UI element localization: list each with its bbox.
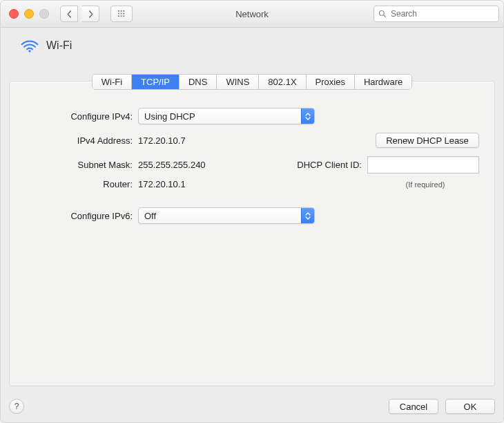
renew-dhcp-lease-button[interactable]: Renew DHCP Lease	[376, 133, 479, 148]
configure-ipv6-value: Off	[139, 211, 301, 221]
service-header: Wi-Fi	[9, 34, 495, 60]
dhcp-client-id-hint: (If required)	[371, 180, 479, 189]
tab-tcp-ip[interactable]: TCP/IP	[132, 75, 180, 89]
ipv4-address-label: IPv4 Address:	[25, 135, 138, 146]
dhcp-client-id-input[interactable]	[367, 156, 479, 173]
configure-ipv4-label: Configure IPv4:	[25, 111, 138, 122]
help-button[interactable]: ?	[9, 399, 24, 414]
ok-button[interactable]: OK	[445, 399, 495, 414]
subnet-mask-label: Subnet Mask:	[25, 160, 138, 170]
select-caret-icon	[301, 109, 314, 124]
svg-rect-7	[120, 15, 122, 17]
forward-button[interactable]	[82, 6, 99, 22]
search-field[interactable]	[374, 6, 499, 22]
grid-icon	[118, 10, 126, 18]
tab-wins[interactable]: WINS	[217, 75, 259, 89]
svg-rect-2	[123, 10, 124, 12]
router-label: Router:	[25, 179, 138, 189]
window-controls	[9, 9, 49, 19]
zoom-window-button	[39, 9, 49, 19]
subnet-mask-value: 255.255.255.240	[138, 160, 206, 170]
tab-dns[interactable]: DNS	[180, 75, 217, 89]
svg-rect-6	[118, 15, 119, 17]
svg-point-9	[380, 11, 385, 16]
tcpip-form: Configure IPv4: Using DHCP IPv4 Address:…	[10, 90, 494, 224]
tab-802-1x[interactable]: 802.1X	[259, 75, 306, 89]
close-window-button[interactable]	[9, 9, 19, 19]
router-value: 172.20.10.1	[138, 179, 186, 189]
tab-hardware[interactable]: Hardware	[355, 75, 411, 89]
minimize-window-button[interactable]	[24, 9, 34, 19]
select-caret-icon	[301, 208, 314, 223]
back-button[interactable]	[60, 6, 78, 22]
cancel-button[interactable]: Cancel	[389, 399, 438, 414]
show-all-button[interactable]	[110, 6, 133, 22]
search-input[interactable]	[389, 8, 496, 19]
wifi-icon	[20, 38, 39, 53]
tabs: Wi-FiTCP/IPDNSWINS802.1XProxiesHardware	[10, 74, 494, 90]
body: Wi-Fi Wi-FiTCP/IPDNSWINS802.1XProxiesHar…	[1, 27, 503, 422]
svg-rect-3	[118, 12, 119, 14]
configure-ipv6-label: Configure IPv6:	[25, 211, 138, 221]
settings-panel: Wi-FiTCP/IPDNSWINS802.1XProxiesHardware …	[9, 81, 495, 386]
footer: ? Cancel OK	[9, 399, 495, 414]
svg-rect-8	[123, 15, 124, 17]
configure-ipv4-value: Using DHCP	[139, 111, 301, 122]
ipv4-address-value: 172.20.10.7	[138, 135, 186, 146]
svg-line-10	[384, 15, 386, 17]
chevron-left-icon	[66, 10, 73, 18]
svg-rect-0	[118, 10, 119, 12]
search-icon	[378, 10, 387, 18]
network-preferences-window: Network Wi-Fi Wi-FiTCP/IPDNSWINS802.1XPr…	[0, 0, 504, 423]
tab-wi-fi[interactable]: Wi-Fi	[93, 75, 132, 89]
dhcp-client-id-label: DHCP Client ID:	[297, 160, 367, 170]
service-name: Wi-Fi	[46, 39, 72, 52]
svg-rect-4	[120, 12, 122, 14]
svg-point-11	[28, 50, 30, 52]
configure-ipv6-select[interactable]: Off	[138, 207, 315, 224]
titlebar: Network	[1, 1, 503, 28]
svg-rect-5	[123, 12, 124, 14]
chevron-right-icon	[87, 10, 95, 18]
svg-rect-1	[120, 10, 122, 12]
nav-back-forward	[60, 6, 99, 22]
configure-ipv4-select[interactable]: Using DHCP	[138, 108, 315, 124]
tab-proxies[interactable]: Proxies	[307, 75, 355, 89]
